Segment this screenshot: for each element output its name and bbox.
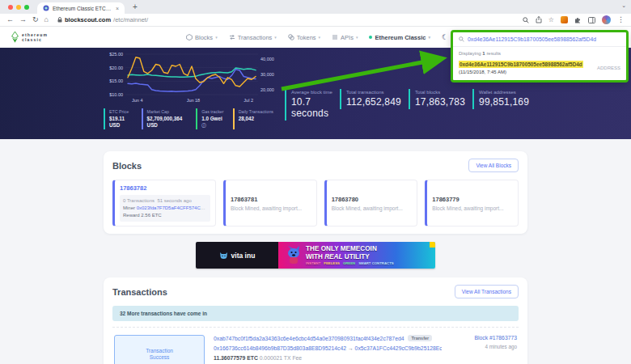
- address-bar[interactable]: blockscout.com/etc/mainnet/: [57, 16, 517, 23]
- ad-banner[interactable]: vita inu THE ONLY MEMECOIN WITH REAL UTI…: [196, 242, 435, 269]
- block-status: Block Mined, awaiting import...: [432, 205, 513, 211]
- chevron-down-icon: ▾: [356, 35, 358, 40]
- browser-tab[interactable]: Ethereum Classic ETC Explorer ×: [37, 2, 125, 14]
- nav-item-tokens[interactable]: Tokens▾: [288, 34, 320, 41]
- nav-item-network-selector[interactable]: Ethereum Classic▾: [369, 34, 430, 41]
- tab-favicon-icon: [43, 5, 49, 11]
- forward-icon[interactable]: →: [19, 16, 27, 23]
- url-path: /etc/mainnet/: [113, 16, 148, 23]
- ad-choices-icon[interactable]: [430, 242, 435, 248]
- block-link[interactable]: Block #17863773: [451, 335, 517, 341]
- search-input[interactable]: 0xd4e36Ae112915C9b18700505ee58988562af5D…: [453, 32, 626, 47]
- extension-icon[interactable]: [561, 16, 568, 23]
- tab-close-icon[interactable]: ×: [116, 6, 119, 11]
- chevron-down-icon: ▾: [215, 35, 218, 40]
- info-icon[interactable]: ⓘ: [201, 123, 206, 128]
- block-card-pending[interactable]: 17863781 Block Mined, awaiting import...: [223, 180, 317, 226]
- lock-icon: [57, 17, 62, 23]
- ad-headline: THE ONLY MEMECOIN WITH REAL UTILITY: [306, 245, 435, 260]
- nav-item-transactions[interactable]: Transactions▾: [229, 34, 277, 41]
- transaction-status-badge: Transaction Success: [114, 335, 205, 364]
- new-tab-button[interactable]: +: [133, 2, 138, 11]
- logo-text: ethereum classic: [22, 32, 48, 42]
- to-address-link[interactable]: 0x5c37A1FCc4429cC9b9b25128Ec5EfC71f91358…: [355, 345, 442, 351]
- block-card-latest[interactable]: 17863782 0 Transactions 51 seconds ago M…: [112, 180, 216, 226]
- dark-mode-toggle-icon[interactable]: ☾: [442, 33, 448, 41]
- tab-title: Ethereum Classic ETC Explorer: [53, 6, 112, 11]
- chart-left-axis: $25.00 $20.00 $15.00 $10.00: [104, 52, 125, 97]
- transaction-value: 11.36077579 ETC: [214, 355, 258, 361]
- search-zoom-icon[interactable]: [523, 17, 529, 23]
- block-number: 17863779: [432, 196, 513, 203]
- minimize-window-button[interactable]: [16, 5, 21, 10]
- stat-total-transactions: Total transactions 112,652,849: [340, 89, 401, 109]
- ad-brand: vita inu: [196, 242, 278, 269]
- transaction-hash-link[interactable]: 0xab747bc0f1f5da2a34363c6e4e6cbc4d54a0e3…: [214, 336, 404, 341]
- price-chart-svg: [125, 52, 258, 97]
- back-icon[interactable]: ←: [6, 16, 14, 23]
- tokens-icon: [288, 34, 294, 40]
- stat-average-block-time: Average block time 10.7 seconds: [285, 89, 332, 121]
- etc-diamond-icon: [11, 32, 19, 43]
- stat-card-etc-price: ETC Price $19.11 USD: [104, 108, 137, 129]
- stat-wallet-addresses: Wallet addresses 99,851,169: [472, 89, 529, 109]
- side-panel-icon[interactable]: [588, 17, 595, 23]
- from-address-link[interactable]: 0x166736cc614b8496b9b87D35d803a8E8D95214…: [214, 345, 346, 351]
- chart-x-axis: Jun 4 Jun 18 Jul 2: [125, 98, 258, 103]
- arrow-right-icon: →: [348, 345, 354, 351]
- window-controls[interactable]: [8, 5, 29, 10]
- search-results-count: Displaying 1 results: [459, 51, 620, 56]
- block-number: 17863781: [231, 196, 311, 203]
- search-result-item[interactable]: 0xd4e36Ae112915C9b18700505ee58988562af5D…: [459, 61, 620, 74]
- stat-card-market-cap: Market Cap $2,709,000,364 USD: [142, 108, 192, 129]
- profile-avatar[interactable]: [602, 15, 611, 24]
- browser-menu-icon[interactable]: ⋮: [617, 16, 625, 23]
- new-transactions-banner[interactable]: 32 More transactions have come in: [112, 306, 519, 321]
- view-all-transactions-button[interactable]: View All Transactions: [455, 285, 519, 298]
- block-details: 0 Transactions 51 seconds ago Miner 0x02…: [120, 195, 210, 222]
- bookmark-star-icon[interactable]: ☆: [548, 16, 554, 23]
- blocks-section-title: Blocks: [112, 161, 142, 171]
- block-status: Block Mined, awaiting import...: [332, 205, 413, 211]
- hero-chart: $25.00 $20.00 $15.00 $10.00 40,000 30,00…: [104, 52, 277, 129]
- transactions-card: Transactions View All Transactions 32 Mo…: [104, 277, 527, 364]
- url-host: blockscout.com: [65, 16, 111, 23]
- transaction-row: Transaction Success 0xab747bc0f1f5da2a34…: [112, 327, 519, 364]
- ethereum-classic-logo[interactable]: ethereum classic: [11, 32, 48, 43]
- nav-item-apis[interactable]: APIs▾: [332, 34, 358, 41]
- blocks-icon: [186, 34, 193, 40]
- share-icon[interactable]: [536, 16, 542, 23]
- block-card-pending[interactable]: 17863779 Block Mined, awaiting import...: [425, 180, 519, 226]
- search-query-text[interactable]: 0xd4e36Ae112915C9b18700505ee58988562af5D…: [468, 36, 596, 42]
- reload-icon[interactable]: ↻: [32, 16, 39, 23]
- search-result-timestamp: (11/15/2018, 7:45 AM): [459, 70, 583, 74]
- block-number: 17863780: [332, 196, 413, 203]
- blocks-card: Blocks View All Blocks 17863782 0 Transa…: [104, 151, 527, 234]
- hero-stat-cards: ETC Price $19.11 USD Market Cap $2,709,0…: [104, 108, 277, 129]
- transactions-icon: [229, 34, 235, 40]
- maximize-window-button[interactable]: [24, 5, 29, 10]
- browser-toolbar: ← → ↻ ⌂ blockscout.com/etc/mainnet/ ☆ ⋮: [0, 14, 631, 27]
- browser-tab-strip: Ethereum Classic ETC Explorer × + ⌄: [0, 0, 631, 14]
- chevron-down-icon: ▾: [274, 35, 277, 40]
- stat-card-gas-tracker: Gas tracker 1.0 Gwei ⓘ: [196, 108, 228, 129]
- transactions-section-title: Transactions: [112, 287, 167, 297]
- tab-search-chevron-icon[interactable]: ⌄: [621, 2, 626, 9]
- extensions-puzzle-icon[interactable]: [574, 16, 582, 23]
- stat-card-daily-transactions: Daily Transactions 28,042: [233, 108, 277, 129]
- view-all-blocks-button[interactable]: View All Blocks: [468, 159, 519, 172]
- home-icon[interactable]: ⌂: [44, 16, 49, 23]
- ad-feature-tags: INSTANT FEELESS GREEN SMART CONTRACTS: [306, 261, 435, 265]
- search-icon: [459, 36, 464, 42]
- nav-item-blocks[interactable]: Blocks▾: [186, 34, 218, 41]
- block-card-pending[interactable]: 17863780 Block Mined, awaiting import...: [324, 180, 418, 226]
- ad-dog-mascot: [285, 245, 303, 265]
- transaction-age: 4 minutes ago: [451, 344, 517, 349]
- transaction-fee: 0.000021 TX Fee: [260, 355, 302, 361]
- vita-inu-dog-icon: [219, 252, 228, 260]
- block-number-link[interactable]: 17863782: [120, 184, 210, 192]
- block-status: Block Mined, awaiting import...: [231, 205, 311, 211]
- search-result-address[interactable]: 0xd4e36Ae112915C9b18700505ee58988562af5D…: [459, 61, 583, 68]
- miner-address-link[interactable]: 0x023fda7F7D5aF4CFF574C507bb...: [137, 205, 207, 210]
- close-window-button[interactable]: [8, 5, 13, 10]
